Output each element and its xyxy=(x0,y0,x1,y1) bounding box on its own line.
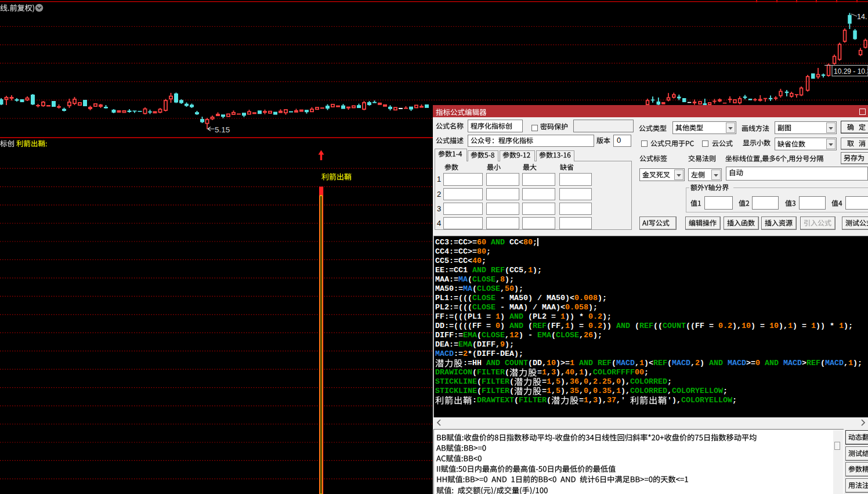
svg-text:14.: 14. xyxy=(857,13,867,21)
svg-text:10.29 - 10.3: 10.29 - 10.3 xyxy=(834,67,868,75)
svg-text:5.15: 5.15 xyxy=(215,125,230,134)
